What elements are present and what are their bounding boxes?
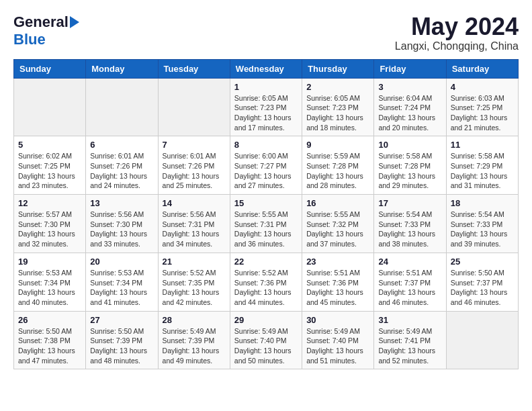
day-number: 11 <box>451 140 514 150</box>
calendar-week-row: 19Sunrise: 5:53 AMSunset: 7:34 PMDayligh… <box>14 253 519 311</box>
day-info: Sunrise: 5:52 AMSunset: 7:35 PMDaylight:… <box>163 268 226 308</box>
table-row: 1Sunrise: 6:05 AMSunset: 7:23 PMDaylight… <box>230 78 302 136</box>
table-row: 15Sunrise: 5:55 AMSunset: 7:31 PMDayligh… <box>230 195 302 253</box>
day-number: 3 <box>378 82 441 92</box>
day-info: Sunrise: 5:51 AMSunset: 7:36 PMDaylight:… <box>306 268 369 308</box>
day-number: 25 <box>451 257 514 267</box>
day-number: 10 <box>378 140 441 150</box>
table-row <box>14 78 86 136</box>
table-row: 5Sunrise: 6:02 AMSunset: 7:25 PMDaylight… <box>14 136 86 195</box>
day-info: Sunrise: 6:01 AMSunset: 7:26 PMDaylight:… <box>163 151 226 191</box>
calendar-week-row: 12Sunrise: 5:57 AMSunset: 7:30 PMDayligh… <box>14 195 519 253</box>
day-number: 13 <box>90 198 153 208</box>
col-monday: Monday <box>86 59 158 78</box>
calendar-table: Sunday Monday Tuesday Wednesday Thursday… <box>13 59 519 370</box>
day-number: 21 <box>163 257 226 267</box>
day-number: 1 <box>234 82 298 92</box>
table-row: 31Sunrise: 5:49 AMSunset: 7:41 PMDayligh… <box>374 311 446 369</box>
day-info: Sunrise: 5:51 AMSunset: 7:37 PMDaylight:… <box>378 268 441 308</box>
day-info: Sunrise: 5:53 AMSunset: 7:34 PMDaylight:… <box>90 268 153 308</box>
day-info: Sunrise: 6:01 AMSunset: 7:26 PMDaylight:… <box>90 151 153 191</box>
table-row <box>446 311 518 369</box>
table-row: 25Sunrise: 5:50 AMSunset: 7:37 PMDayligh… <box>446 253 518 311</box>
table-row: 26Sunrise: 5:50 AMSunset: 7:38 PMDayligh… <box>14 311 86 369</box>
day-info: Sunrise: 5:58 AMSunset: 7:29 PMDaylight:… <box>451 151 514 191</box>
table-row: 4Sunrise: 6:03 AMSunset: 7:25 PMDaylight… <box>446 78 518 136</box>
table-row: 11Sunrise: 5:58 AMSunset: 7:29 PMDayligh… <box>446 136 518 195</box>
day-number: 15 <box>234 198 298 208</box>
day-number: 29 <box>234 315 298 325</box>
day-number: 18 <box>451 198 514 208</box>
day-info: Sunrise: 6:04 AMSunset: 7:24 PMDaylight:… <box>378 93 441 133</box>
day-number: 24 <box>378 257 441 267</box>
table-row: 12Sunrise: 5:57 AMSunset: 7:30 PMDayligh… <box>14 195 86 253</box>
day-info: Sunrise: 5:50 AMSunset: 7:38 PMDaylight:… <box>18 326 81 366</box>
day-number: 12 <box>18 198 81 208</box>
calendar-week-row: 5Sunrise: 6:02 AMSunset: 7:25 PMDaylight… <box>14 136 519 195</box>
logo-arrow-icon <box>70 16 79 28</box>
day-info: Sunrise: 5:55 AMSunset: 7:31 PMDaylight:… <box>234 210 298 249</box>
day-info: Sunrise: 6:03 AMSunset: 7:25 PMDaylight:… <box>451 93 514 133</box>
day-number: 27 <box>90 315 153 325</box>
day-number: 14 <box>163 198 226 208</box>
day-number: 26 <box>18 315 81 325</box>
day-info: Sunrise: 5:54 AMSunset: 7:33 PMDaylight:… <box>378 210 441 249</box>
calendar-week-row: 26Sunrise: 5:50 AMSunset: 7:38 PMDayligh… <box>14 311 519 369</box>
table-row: 18Sunrise: 5:54 AMSunset: 7:33 PMDayligh… <box>446 195 518 253</box>
day-number: 31 <box>378 315 441 325</box>
table-row: 28Sunrise: 5:49 AMSunset: 7:39 PMDayligh… <box>158 311 230 369</box>
day-info: Sunrise: 5:49 AMSunset: 7:40 PMDaylight:… <box>234 326 298 366</box>
location-title: Langxi, Chongqing, China <box>395 40 519 52</box>
day-number: 28 <box>163 315 226 325</box>
table-row <box>86 78 158 136</box>
table-row: 2Sunrise: 6:05 AMSunset: 7:23 PMDaylight… <box>302 78 374 136</box>
table-row: 16Sunrise: 5:55 AMSunset: 7:32 PMDayligh… <box>302 195 374 253</box>
table-row: 10Sunrise: 5:58 AMSunset: 7:28 PMDayligh… <box>374 136 446 195</box>
day-number: 4 <box>451 82 514 92</box>
day-number: 7 <box>163 140 226 150</box>
day-number: 22 <box>234 257 298 267</box>
day-info: Sunrise: 5:49 AMSunset: 7:41 PMDaylight:… <box>378 326 441 366</box>
day-number: 16 <box>306 198 369 208</box>
day-number: 8 <box>234 140 298 150</box>
day-number: 2 <box>306 82 369 92</box>
day-info: Sunrise: 5:56 AMSunset: 7:30 PMDaylight:… <box>90 210 153 249</box>
day-info: Sunrise: 6:00 AMSunset: 7:27 PMDaylight:… <box>234 151 298 191</box>
calendar-week-row: 1Sunrise: 6:05 AMSunset: 7:23 PMDaylight… <box>14 78 519 136</box>
col-thursday: Thursday <box>302 59 374 78</box>
day-info: Sunrise: 5:53 AMSunset: 7:34 PMDaylight:… <box>18 268 81 308</box>
day-number: 5 <box>18 140 81 150</box>
day-info: Sunrise: 5:57 AMSunset: 7:30 PMDaylight:… <box>18 210 81 249</box>
table-row: 24Sunrise: 5:51 AMSunset: 7:37 PMDayligh… <box>374 253 446 311</box>
day-number: 20 <box>90 257 153 267</box>
page-header: General Blue May 2024 Langxi, Chongqing,… <box>13 13 519 52</box>
day-info: Sunrise: 6:05 AMSunset: 7:23 PMDaylight:… <box>234 93 298 133</box>
title-block: May 2024 Langxi, Chongqing, China <box>395 13 519 52</box>
logo-blue-text: Blue <box>13 31 46 48</box>
table-row: 19Sunrise: 5:53 AMSunset: 7:34 PMDayligh… <box>14 253 86 311</box>
day-info: Sunrise: 5:52 AMSunset: 7:36 PMDaylight:… <box>234 268 298 308</box>
logo: General Blue <box>13 13 79 48</box>
day-number: 19 <box>18 257 81 267</box>
col-friday: Friday <box>374 59 446 78</box>
day-info: Sunrise: 5:55 AMSunset: 7:32 PMDaylight:… <box>306 210 369 249</box>
table-row: 22Sunrise: 5:52 AMSunset: 7:36 PMDayligh… <box>230 253 302 311</box>
table-row: 27Sunrise: 5:50 AMSunset: 7:39 PMDayligh… <box>86 311 158 369</box>
table-row: 17Sunrise: 5:54 AMSunset: 7:33 PMDayligh… <box>374 195 446 253</box>
table-row: 21Sunrise: 5:52 AMSunset: 7:35 PMDayligh… <box>158 253 230 311</box>
day-info: Sunrise: 5:49 AMSunset: 7:40 PMDaylight:… <box>306 326 369 366</box>
table-row: 7Sunrise: 6:01 AMSunset: 7:26 PMDaylight… <box>158 136 230 195</box>
table-row: 3Sunrise: 6:04 AMSunset: 7:24 PMDaylight… <box>374 78 446 136</box>
day-info: Sunrise: 5:50 AMSunset: 7:37 PMDaylight:… <box>451 268 514 308</box>
day-info: Sunrise: 5:56 AMSunset: 7:31 PMDaylight:… <box>163 210 226 249</box>
table-row: 23Sunrise: 5:51 AMSunset: 7:36 PMDayligh… <box>302 253 374 311</box>
day-number: 6 <box>90 140 153 150</box>
day-info: Sunrise: 5:58 AMSunset: 7:28 PMDaylight:… <box>378 151 441 191</box>
day-number: 9 <box>306 140 369 150</box>
table-row: 13Sunrise: 5:56 AMSunset: 7:30 PMDayligh… <box>86 195 158 253</box>
col-saturday: Saturday <box>446 59 518 78</box>
col-wednesday: Wednesday <box>230 59 302 78</box>
day-number: 17 <box>378 198 441 208</box>
day-info: Sunrise: 5:49 AMSunset: 7:39 PMDaylight:… <box>163 326 226 366</box>
logo-general-text: General <box>13 13 69 31</box>
